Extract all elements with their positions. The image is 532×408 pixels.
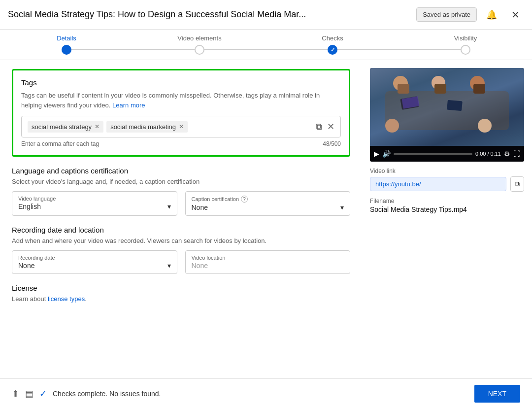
step-video-elements-circle[interactable] xyxy=(133,45,266,55)
caption-cert-dropdown[interactable]: Caption certification ? None ▾ xyxy=(185,191,351,216)
tag-chip-1: social media strategy ✕ xyxy=(28,121,103,133)
copy-tags-button[interactable]: ⧉ xyxy=(316,121,322,132)
video-controls: ▶ 🔊 0:00 / 0:11 ⚙ ⛶ xyxy=(370,146,524,162)
bars-icon-button[interactable]: ▤ xyxy=(25,388,33,399)
language-description: Select your video's language and, if nee… xyxy=(12,178,350,185)
video-time: 0:00 / 0:11 xyxy=(475,151,501,157)
video-language-label: Video language xyxy=(18,196,171,202)
recording-date-dropdown[interactable]: Recording date None ▾ xyxy=(12,250,177,274)
video-link-input[interactable]: https://youtu.be/ xyxy=(370,177,506,191)
page-title: Social Media Strategy Tips: How to Desig… xyxy=(8,9,392,20)
video-location-label: Video location xyxy=(192,255,344,261)
right-panel: ▶ 🔊 0:00 / 0:11 ⚙ ⛶ Video link https://y… xyxy=(362,60,532,375)
video-link-section: Video link https://youtu.be/ ⧉ xyxy=(370,168,524,192)
caption-dropdown-arrow: ▾ xyxy=(340,204,344,211)
upload-icon-button[interactable]: ⬆ xyxy=(12,388,19,399)
stepper: Details Video elements Checks Visibility… xyxy=(0,30,532,60)
bars-icon: ▤ xyxy=(25,388,33,399)
recording-date-arrow: ▾ xyxy=(167,262,171,270)
license-description: Learn about license types. xyxy=(12,295,350,303)
language-title: Language and captions certification xyxy=(12,167,350,175)
step-checks-label[interactable]: Checks xyxy=(266,34,399,42)
video-language-dropdown[interactable]: Video language English ▾ xyxy=(12,191,177,216)
tags-description: Tags can be useful if content in your vi… xyxy=(21,91,341,110)
bell-icon: 🔔 xyxy=(486,9,497,20)
header-actions: Saved as private 🔔 ✕ xyxy=(416,6,524,24)
tags-input-area[interactable]: social media strategy ✕ social media mar… xyxy=(21,116,341,137)
license-section: License Learn about license types. xyxy=(12,284,350,303)
tags-section: Tags Tags can be useful if content in yo… xyxy=(12,69,350,157)
notification-button[interactable]: 🔔 xyxy=(483,6,500,24)
play-button[interactable]: ▶ xyxy=(374,150,379,158)
video-container: ▶ 🔊 0:00 / 0:11 ⚙ ⛶ xyxy=(370,68,524,162)
recording-description: Add when and where your video was record… xyxy=(12,237,350,244)
upload-icon: ⬆ xyxy=(12,388,19,399)
language-dropdown-arrow: ▾ xyxy=(167,203,171,210)
tag-remove-2[interactable]: ✕ xyxy=(179,123,184,130)
tags-action-buttons: ⧉ ✕ xyxy=(316,121,334,132)
settings-button[interactable]: ⚙ xyxy=(504,150,510,158)
next-button[interactable]: NEXT xyxy=(474,385,520,403)
step-visibility-label[interactable]: Visibility xyxy=(399,34,532,42)
caption-cert-help[interactable]: ? xyxy=(241,196,248,203)
tags-count: 48/500 xyxy=(323,140,341,147)
header: Social Media Strategy Tips: How to Desig… xyxy=(0,0,532,30)
fullscreen-button[interactable]: ⛶ xyxy=(513,150,520,158)
saved-badge: Saved as private xyxy=(416,7,477,22)
recording-date-label: Recording date xyxy=(18,255,171,261)
tag-remove-1[interactable]: ✕ xyxy=(95,123,100,130)
footer: ⬆ ▤ ✓ Checks complete. No issues found. … xyxy=(0,378,532,408)
copy-link-button[interactable]: ⧉ xyxy=(510,176,524,192)
check-icon: ✓ xyxy=(39,388,47,399)
clear-tags-button[interactable]: ✕ xyxy=(327,121,334,132)
filename-value: Social Media Strategy Tips.mp4 xyxy=(370,205,524,213)
caption-cert-label: Caption certification xyxy=(192,196,239,202)
caption-cert-value: None xyxy=(192,204,208,211)
left-panel: Tags Tags can be useful if content in yo… xyxy=(0,60,362,375)
video-language-value: English xyxy=(18,203,41,210)
video-location-value: None xyxy=(192,262,344,270)
step-details-circle[interactable] xyxy=(0,45,133,55)
tags-hint: Enter a comma after each tag xyxy=(21,140,99,147)
main-content: Tags Tags can be useful if content in yo… xyxy=(0,60,532,375)
checks-text: Checks complete. No issues found. xyxy=(53,390,161,398)
close-icon: ✕ xyxy=(511,9,520,21)
license-types-link[interactable]: license types xyxy=(48,295,85,303)
tags-title: Tags xyxy=(21,78,341,87)
learn-more-link[interactable]: Learn more xyxy=(112,102,145,109)
license-title: License xyxy=(12,284,350,292)
tag-chip-2: social media marketing ✕ xyxy=(106,121,188,133)
step-checks-circle[interactable]: ✓ xyxy=(266,45,399,55)
step-video-elements-label[interactable]: Video elements xyxy=(133,34,266,42)
volume-button[interactable]: 🔊 xyxy=(382,150,391,158)
video-link-label: Video link xyxy=(370,168,524,174)
progress-bar[interactable] xyxy=(394,153,472,155)
recording-date-value: None xyxy=(18,262,34,270)
step-details-label[interactable]: Details xyxy=(0,34,133,42)
close-button[interactable]: ✕ xyxy=(506,6,524,24)
filename-label: Filename xyxy=(370,198,524,204)
recording-title: Recording date and location xyxy=(12,226,350,234)
filename-section: Filename Social Media Strategy Tips.mp4 xyxy=(370,198,524,213)
video-location-input[interactable]: Video location None xyxy=(185,250,351,274)
step-visibility-circle[interactable] xyxy=(399,45,532,55)
recording-section: Recording date and location Add when and… xyxy=(12,226,350,274)
language-section: Language and captions certification Sele… xyxy=(12,167,350,216)
tags-hint-row: Enter a comma after each tag 48/500 xyxy=(21,140,341,147)
